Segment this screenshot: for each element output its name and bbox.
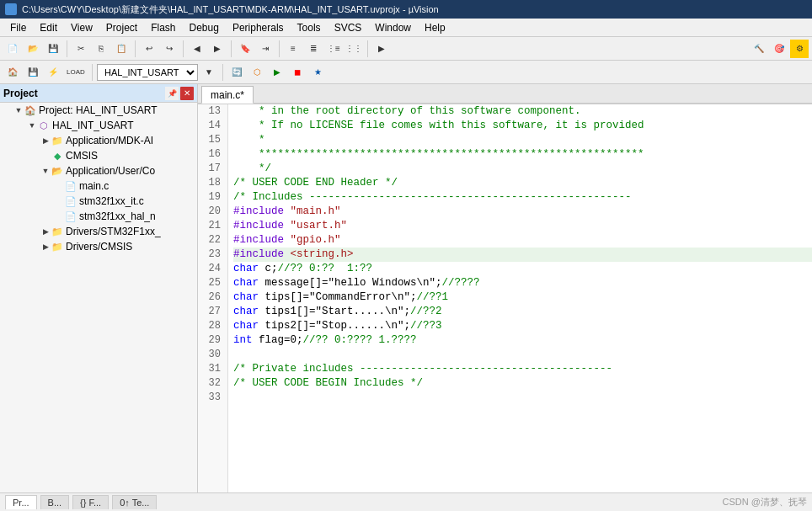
folder-icon: 📂 bbox=[51, 164, 64, 178]
tree-label: Application/MDK-AI bbox=[66, 135, 153, 146]
tree-node-stm32-hal[interactable]: 📄 stm32f1xx_hal_n bbox=[0, 209, 197, 224]
line-num: 20 bbox=[198, 205, 224, 219]
status-tab-b[interactable]: B... bbox=[40, 495, 70, 509]
status-tab-project[interactable]: Pr... bbox=[5, 495, 37, 509]
separator6 bbox=[367, 40, 368, 57]
menu-edit[interactable]: Edit bbox=[33, 20, 64, 35]
tree-node-project-root[interactable]: ▼ 🏠 Project: HAL_INT_USART bbox=[0, 103, 197, 118]
line-numbers: 13 14 15 16 17 18 19 20 21 22 23 24 25 2… bbox=[198, 104, 228, 492]
menu-view[interactable]: View bbox=[64, 20, 99, 35]
tree-label: Drivers/STM32F1xx_ bbox=[66, 226, 161, 237]
pin-button[interactable]: 📌 bbox=[165, 87, 179, 100]
menu-window[interactable]: Window bbox=[368, 20, 418, 35]
sidebar-close-button[interactable]: ✕ bbox=[180, 87, 194, 100]
diamond-icon: ◆ bbox=[51, 149, 64, 162]
stop-button[interactable]: ◼ bbox=[288, 63, 307, 82]
target-button[interactable]: 🎯 bbox=[770, 40, 788, 58]
debug-start-button[interactable]: ▶ bbox=[268, 63, 286, 82]
tree-node-app-mdk[interactable]: ▶ 📁 Application/MDK-AI bbox=[0, 133, 197, 148]
sidebar-header: Project 📌 ✕ bbox=[0, 84, 197, 103]
cut-button[interactable]: ✂ bbox=[72, 40, 90, 58]
tree-node-drivers-cmsis[interactable]: ▶ 📁 Drivers/CMSIS bbox=[0, 239, 197, 254]
tree-node-cmsis[interactable]: ◆ CMSIS bbox=[0, 148, 197, 163]
status-tab-f[interactable]: {} F... bbox=[72, 495, 109, 509]
menu-file[interactable]: File bbox=[3, 20, 33, 35]
expand-arrow: ▶ bbox=[40, 136, 51, 146]
watermark: CSDN @清梦、抚琴 bbox=[723, 496, 807, 508]
code-line-20: #include "main.h" bbox=[233, 205, 812, 219]
menu-tools[interactable]: Tools bbox=[291, 20, 328, 35]
new-file-button[interactable]: 📄 bbox=[3, 40, 22, 58]
code-line-26: char tips[]="CommandError\n";//??1 bbox=[233, 290, 812, 305]
flash-button[interactable]: ⚡ bbox=[44, 63, 62, 82]
expand-arrow: ▶ bbox=[40, 226, 51, 237]
bookmark-button[interactable]: 🔖 bbox=[236, 40, 254, 58]
paste-button[interactable]: 📋 bbox=[112, 40, 131, 58]
line-num: 33 bbox=[198, 391, 224, 405]
status-tab-te[interactable]: 0↑ Te... bbox=[112, 495, 157, 509]
wizard-button[interactable]: ★ bbox=[308, 63, 327, 82]
goto-button[interactable]: ⇥ bbox=[256, 40, 275, 58]
align-button4[interactable]: ⋮⋮ bbox=[345, 40, 363, 58]
chip-button[interactable]: ⬡ bbox=[248, 63, 266, 82]
target-options-button[interactable]: ▼ bbox=[200, 63, 218, 82]
status-bar: Pr... B... {} F... 0↑ Te... CSDN @清梦、抚琴 bbox=[0, 492, 812, 511]
line-num: 17 bbox=[198, 162, 224, 176]
tree-node-stm32-it[interactable]: 📄 stm32f1xx_it.c bbox=[0, 194, 197, 209]
menu-debug[interactable]: Debug bbox=[183, 20, 226, 35]
expand-arrow: ▼ bbox=[13, 105, 24, 115]
expand-arrow: ▼ bbox=[40, 166, 51, 176]
align-button2[interactable]: ≣ bbox=[304, 40, 323, 58]
toolbar2: 🏠 💾 ⚡ LOAD HAL_INT_USART ▼ 🔄 ⬡ ▶ ◼ ★ bbox=[0, 61, 812, 84]
tree-node-main-c[interactable]: 📄 main.c bbox=[0, 178, 197, 194]
copy-button[interactable]: ⎘ bbox=[92, 40, 110, 58]
undo-button[interactable]: ↩ bbox=[140, 40, 158, 58]
code-content[interactable]: * in the root directory of this software… bbox=[228, 104, 812, 492]
save-button[interactable]: 💾 bbox=[44, 40, 62, 58]
menu-svcs[interactable]: SVCS bbox=[328, 20, 369, 35]
tree-node-app-user[interactable]: ▼ 📂 Application/User/Co bbox=[0, 163, 197, 178]
code-line-22: #include "gpio.h" bbox=[233, 233, 812, 248]
align-button3[interactable]: ⋮≡ bbox=[324, 40, 343, 58]
code-line-28: char tips2[]="Stop......\n";//??3 bbox=[233, 319, 812, 333]
expand-arrow bbox=[40, 151, 51, 161]
align-left-button[interactable]: ≡ bbox=[284, 40, 302, 58]
load-button[interactable]: LOAD bbox=[64, 63, 88, 82]
code-line-21: #include "usart.h" bbox=[233, 219, 812, 233]
tab-main-c[interactable]: main.c* bbox=[201, 86, 254, 104]
nav-back-button[interactable]: ◀ bbox=[188, 40, 206, 58]
config-button[interactable]: ⚙ bbox=[790, 40, 809, 58]
menu-flash[interactable]: Flash bbox=[144, 20, 182, 35]
line-num: 28 bbox=[198, 319, 224, 333]
redo-button[interactable]: ↪ bbox=[160, 40, 179, 58]
run-button[interactable]: ▶ bbox=[372, 40, 391, 58]
line-num: 26 bbox=[198, 290, 224, 305]
code-container: 13 14 15 16 17 18 19 20 21 22 23 24 25 2… bbox=[198, 104, 812, 492]
menu-peripherals[interactable]: Peripherals bbox=[226, 20, 291, 35]
tree-node-hal[interactable]: ▼ ⬡ HAL_INT_USART bbox=[0, 118, 197, 133]
translate-button[interactable]: 🔄 bbox=[227, 63, 246, 82]
app-icon bbox=[5, 3, 17, 15]
toolbar1: 📄 📂 💾 ✂ ⎘ 📋 ↩ ↪ ◀ ▶ 🔖 ⇥ ≡ ≣ ⋮≡ ⋮⋮ ▶ 🔨 🎯 … bbox=[0, 37, 812, 61]
folder-icon: 📁 bbox=[51, 134, 64, 147]
tree-label: CMSIS bbox=[66, 150, 98, 162]
open-button[interactable]: 📂 bbox=[24, 40, 42, 58]
target-dropdown[interactable]: HAL_INT_USART bbox=[97, 64, 198, 81]
menu-help[interactable]: Help bbox=[418, 20, 452, 35]
nav-forward-button[interactable]: ▶ bbox=[208, 40, 227, 58]
project-icon-button[interactable]: 🏠 bbox=[3, 63, 22, 82]
line-num: 25 bbox=[198, 276, 224, 290]
tree-label: main.c bbox=[79, 180, 109, 192]
line-num: 16 bbox=[198, 147, 224, 162]
tree-node-drivers-stm32[interactable]: ▶ 📁 Drivers/STM32F1xx_ bbox=[0, 224, 197, 239]
save-all-button[interactable]: 💾 bbox=[24, 63, 42, 82]
separator2 bbox=[135, 40, 136, 57]
line-num: 30 bbox=[198, 348, 224, 362]
code-line-18: /* USER CODE END Header */ bbox=[233, 176, 812, 190]
build-button[interactable]: 🔨 bbox=[750, 40, 768, 58]
sidebar-panel: Project 📌 ✕ ▼ 🏠 Project: HAL_INT_USART ▼… bbox=[0, 84, 198, 492]
tree-label: HAL_INT_USART bbox=[52, 120, 133, 131]
menu-project[interactable]: Project bbox=[99, 20, 144, 35]
sidebar-resize-handle[interactable] bbox=[0, 486, 198, 492]
line-num: 15 bbox=[198, 133, 224, 147]
